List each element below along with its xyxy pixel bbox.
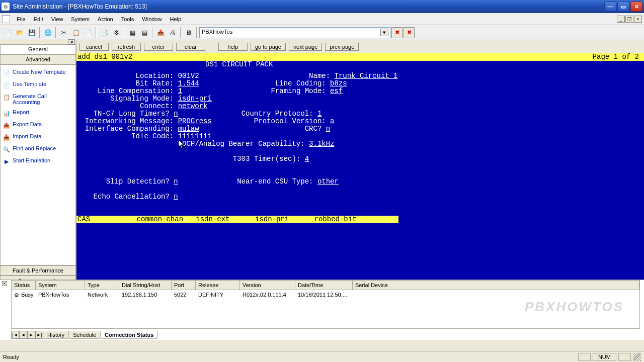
grid-tab-history[interactable]: History xyxy=(43,331,69,339)
maximize-button[interactable]: ▭ xyxy=(617,2,629,12)
grid-nav-prev[interactable]: ◄ xyxy=(19,331,27,339)
tb-grid1-icon[interactable]: ▦ xyxy=(127,27,138,38)
menu-help[interactable]: Help xyxy=(166,15,185,24)
field-bearer[interactable]: 3.1kHz xyxy=(309,140,334,148)
tb-props-icon[interactable]: 📑 xyxy=(99,27,110,38)
tb-paste-icon[interactable]: 📄 xyxy=(83,27,94,38)
tb-save-icon[interactable]: 💾 xyxy=(26,27,37,38)
tb-print-icon[interactable]: 🖨 xyxy=(167,27,178,38)
field-idle-code[interactable]: 11111111 xyxy=(178,133,212,140)
tb-screen-icon[interactable]: 🖥 xyxy=(183,27,194,38)
task-import-data[interactable]: 📥Import Data xyxy=(2,131,74,143)
sidebar-tab-fault[interactable]: Fault & Performance xyxy=(0,265,76,276)
field-line-compensation[interactable]: 1 xyxy=(178,87,182,95)
status-ready: Ready xyxy=(3,354,19,360)
tb-grid2-icon[interactable]: ▤ xyxy=(139,27,150,38)
field-t303[interactable]: 4 xyxy=(305,155,309,163)
minimize-button[interactable]: — xyxy=(604,2,616,12)
tb-cut-icon[interactable]: ✂ xyxy=(58,27,69,38)
task-create-new-template[interactable]: 📄Create New Template xyxy=(2,67,74,79)
menu-view[interactable]: View xyxy=(48,15,67,24)
grid-close-icon[interactable]: × xyxy=(2,281,7,286)
menu-file[interactable]: File xyxy=(13,15,29,24)
col-port[interactable]: Port xyxy=(172,281,196,290)
field-framing-mode[interactable]: esf xyxy=(330,87,343,95)
field-connect[interactable]: network xyxy=(178,103,208,110)
grid-nav-next[interactable]: ► xyxy=(27,331,35,339)
col-date[interactable]: Date/Time xyxy=(295,281,353,290)
mdi-close[interactable]: × xyxy=(634,16,642,23)
field-bit-rate[interactable]: 1.544 xyxy=(178,80,199,87)
field-name[interactable]: Trunk Circuit 1 xyxy=(335,72,398,80)
task-label: Generate Call Accounting xyxy=(13,93,73,105)
col-dial[interactable]: Dial String/Host xyxy=(119,281,172,290)
col-system[interactable]: System xyxy=(36,281,85,290)
col-type[interactable]: Type xyxy=(85,281,119,290)
sidebar-tab-advanced[interactable]: Advanced xyxy=(0,54,76,64)
task-start-emulation[interactable]: ▶Start Emulation xyxy=(2,155,74,167)
menu-window[interactable]: Window xyxy=(138,15,165,24)
btn-prev-page[interactable]: prev page xyxy=(325,43,359,51)
mdi-restore[interactable]: ❐ xyxy=(625,16,633,23)
field-slip[interactable]: n xyxy=(174,178,178,186)
sidebar-collapse-icon[interactable] xyxy=(0,40,76,44)
grid-nav-last[interactable]: ►| xyxy=(35,331,43,339)
opt-common-chan[interactable]: common-chan xyxy=(137,216,183,223)
field-line-coding[interactable]: b8zs xyxy=(330,80,347,87)
field-interworking[interactable]: PROGress xyxy=(178,118,212,125)
btn-help[interactable]: help xyxy=(218,43,248,51)
report-icon: 📊 xyxy=(3,109,11,117)
tb-disconnect-icon[interactable]: ✖ xyxy=(391,27,403,38)
menu-action[interactable]: Action xyxy=(94,15,117,24)
tb-setup-icon[interactable]: ⚙ xyxy=(111,27,122,38)
field-companding[interactable]: mulaw xyxy=(178,125,199,133)
tb-copy-icon[interactable]: 📋 xyxy=(70,27,82,38)
btn-clear[interactable]: clear xyxy=(176,43,205,51)
col-release[interactable]: Release xyxy=(196,281,240,290)
tb-new-icon[interactable]: 📄 xyxy=(2,27,13,38)
field-echo[interactable]: n xyxy=(174,193,178,201)
grid-tab-schedule[interactable]: Schedule xyxy=(68,331,101,339)
find-icon: 🔍 xyxy=(3,145,11,153)
system-combo[interactable]: PBXHowTos xyxy=(199,27,390,38)
field-csu-type[interactable]: other xyxy=(317,178,339,186)
menu-edit[interactable]: Edit xyxy=(30,15,47,24)
task-find-and-replace[interactable]: 🔍Find and Replace xyxy=(2,143,74,155)
opt-isdn-ext[interactable]: isdn-ext xyxy=(196,216,229,223)
template-use-icon: 📄 xyxy=(3,81,11,89)
terminal-screen[interactable]: add ds1 001v2Page 1 of 2 DS1 CIRCUIT PAC… xyxy=(76,53,644,297)
field-signaling-mode[interactable]: isdn-pri xyxy=(178,95,212,103)
btn-next-page[interactable]: next page xyxy=(289,43,322,51)
sidebar-tab-general[interactable]: General xyxy=(0,44,76,54)
task-export-data[interactable]: 📤Export Data xyxy=(2,119,74,131)
tb-export-icon[interactable]: 📤 xyxy=(155,27,166,38)
grid-tab-connection-status[interactable]: Connection Status xyxy=(100,331,158,339)
menu-system[interactable]: System xyxy=(67,15,93,24)
grid-row[interactable]: ⚙Busy PBXHowTos Network 192.168.1.150 50… xyxy=(12,290,639,300)
field-tnc7[interactable]: n xyxy=(174,110,178,118)
close-button[interactable]: ✕ xyxy=(630,2,642,12)
field-country-protocol[interactable]: 1 xyxy=(317,110,321,118)
task-report[interactable]: 📊Report xyxy=(2,107,74,119)
col-status[interactable]: Status xyxy=(12,281,36,290)
col-version[interactable]: Version xyxy=(240,281,295,290)
opt-cas[interactable]: CAS xyxy=(77,216,90,223)
col-serial[interactable]: Serial Device xyxy=(353,281,639,290)
btn-cancel[interactable]: cancel xyxy=(79,43,109,51)
resize-grip-icon[interactable] xyxy=(633,353,641,361)
btn-refresh[interactable]: refresh xyxy=(112,43,141,51)
task-generate-call-accounting[interactable]: 📋Generate Call Accounting xyxy=(2,91,74,107)
opt-robbed-bit[interactable]: robbed-bit xyxy=(314,216,357,223)
mdi-minimize[interactable]: _ xyxy=(617,16,625,23)
field-crc[interactable]: n xyxy=(326,125,330,133)
opt-isdn-pri[interactable]: isdn-pri xyxy=(255,216,289,223)
task-use-template[interactable]: 📄Use Template xyxy=(2,79,74,91)
tb-stop-icon[interactable]: 🌐 xyxy=(42,27,53,38)
tb-open-icon[interactable]: 📂 xyxy=(14,27,25,38)
menu-tools[interactable]: Tools xyxy=(118,15,138,24)
btn-go-to-page[interactable]: go to page xyxy=(251,43,286,51)
grid-nav-first[interactable]: |◄ xyxy=(11,331,19,339)
tb-disconnect-all-icon[interactable]: ✖ xyxy=(404,27,415,38)
field-protocol-version[interactable]: a xyxy=(330,118,334,125)
btn-enter[interactable]: enter xyxy=(144,43,173,51)
